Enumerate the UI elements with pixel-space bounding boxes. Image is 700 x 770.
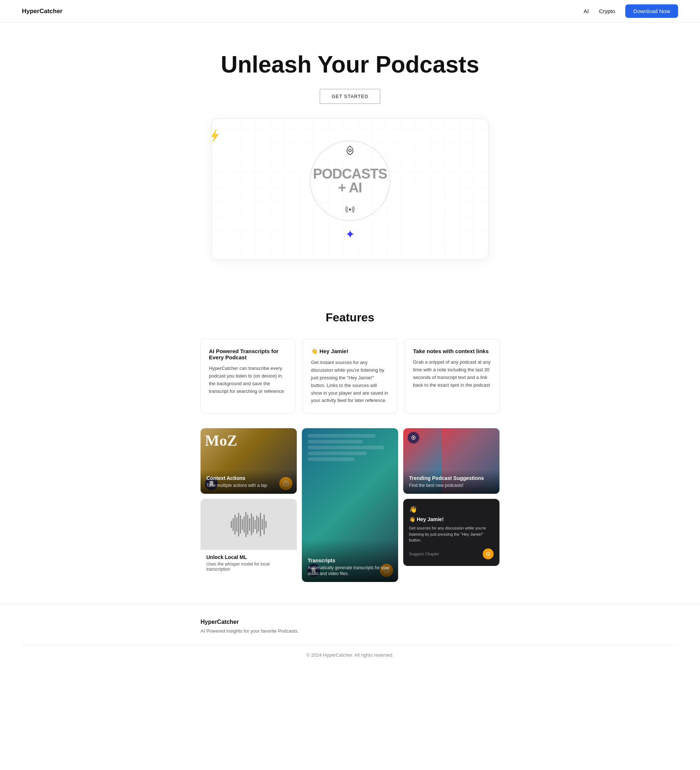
transcript-line (308, 434, 376, 438)
trending-badge-icon (408, 432, 419, 443)
nav-link-ai[interactable]: AI (584, 8, 589, 14)
transcript-line (308, 440, 363, 443)
feature-transcripts-title: AI Powered Transcripts for Every Podcast (209, 348, 287, 361)
transcripts-label: Transcripts Automatically generate trans… (302, 539, 398, 582)
features-title: Features (201, 311, 499, 324)
get-started-button[interactable]: GET STARTED (320, 89, 381, 104)
nav-link-crypto[interactable]: Crypto (599, 8, 615, 14)
hey-jamie-emoji: 👋 (311, 348, 318, 354)
unlock-ml-title: Unlock Local ML (206, 554, 291, 560)
screenshot-trending: Trending Podcast Suggestions Find the be… (403, 428, 499, 494)
footer: HyperCatcher AI Powered insights for you… (0, 604, 700, 676)
context-actions-title: Context Actions (206, 475, 291, 481)
download-now-button[interactable]: Download Now (625, 4, 678, 18)
context-actions-label: Context Actions Take multiple actions wi… (201, 470, 297, 494)
screenshot-context-actions: MoZ Context Actions Take multiple action… (201, 428, 297, 494)
screenshots-grid: MoZ Context Actions Take multiple action… (201, 428, 499, 604)
svg-point-0 (349, 149, 352, 152)
navbar: HyperCatcher AI Crypto Download Now (0, 0, 700, 23)
podcast-broadcast-icon (346, 205, 354, 216)
transcript-line (308, 451, 367, 455)
hero-card: ⚡ PODCASTS + AI (211, 118, 489, 260)
hero-section: Unleash Your Podcasts GET STARTED ⚡ PODC… (0, 23, 700, 289)
trending-desc: Find the best new podcasts! (409, 482, 494, 489)
podcast-circle: PODCASTS + AI (310, 141, 390, 221)
footer-tagline: AI Powered insights for your favorite Po… (201, 628, 499, 634)
hero-title: Unleash Your Podcasts (7, 52, 693, 77)
features-grid: AI Powered Transcripts for Every Podcast… (201, 339, 499, 414)
feature-heyjamie-desc: Get instant sources for any discussion w… (311, 359, 389, 404)
trending-title: Trending Podcast Suggestions (409, 475, 494, 481)
svg-point-5 (413, 437, 414, 438)
heyjamie-emoji-display: 👋 (409, 505, 494, 513)
heyjamie-card-desc: Get sources for any discussion while you… (409, 525, 494, 544)
waveform-bg (201, 499, 297, 550)
svg-point-1 (349, 209, 351, 210)
podcast-ai-text: PODCASTS + AI (310, 167, 390, 194)
feature-transcripts-desc: HyperCatcher can transcribe every podcas… (209, 365, 287, 395)
transcripts-title: Transcripts (308, 558, 392, 563)
transcript-line (308, 446, 384, 449)
feature-card-transcripts: AI Powered Transcripts for Every Podcast… (201, 339, 295, 414)
transcript-line (308, 457, 354, 461)
screenshot-transcripts: Transcripts Automatically generate trans… (302, 428, 398, 582)
nav-links: AI Crypto Download Now (584, 4, 678, 18)
feature-card-hey-jamie: 👋 Hey Jamie! Get instant sources for any… (303, 339, 397, 414)
heyjamie-card-title: 👋 Hey Jamie! (409, 516, 494, 522)
context-actions-desc: Take multiple actions with a tap. (206, 482, 291, 489)
moz-text: MoZ (205, 432, 237, 449)
transcripts-desc: Automatically generate transcripts for y… (308, 565, 392, 577)
footer-copyright: © 2024 HyperCatcher. All rights reserved… (22, 645, 678, 665)
suggest-chapter-icon (483, 548, 494, 560)
openai-icon (345, 146, 355, 158)
suggest-chapter-label: Suggest Chapter (409, 552, 439, 556)
screenshots-left-col: MoZ Context Actions Take multiple action… (201, 428, 297, 577)
hero-card-inner: ⚡ PODCASTS + AI (219, 141, 481, 241)
waveform-bars (224, 506, 274, 543)
unlock-ml-desc: Uses the whisper model for local transcr… (206, 561, 291, 572)
feature-card-context-links: Take notes with context links Grab a sni… (405, 339, 499, 414)
footer-brand: HyperCatcher (201, 619, 499, 625)
trending-label: Trending Podcast Suggestions Find the be… (403, 470, 499, 494)
nav-logo: HyperCatcher (22, 8, 63, 15)
sparkle-icon: ✦ (345, 227, 355, 241)
unlock-ml-label: Unlock Local ML Uses the whisper model f… (201, 550, 297, 577)
heyjamie-suggest-row: Suggest Chapter (409, 548, 494, 560)
screenshot-hey-jamie: 👋 👋 Hey Jamie! Get sources for any discu… (403, 499, 499, 566)
feature-heyjamie-title: 👋 Hey Jamie! (311, 348, 389, 354)
heyjamie-content: 👋 👋 Hey Jamie! Get sources for any discu… (409, 505, 494, 560)
screenshots-right-col: Trending Podcast Suggestions Find the be… (403, 428, 499, 577)
feature-context-desc: Grab a snippet of any podcast at any tim… (413, 359, 491, 389)
feature-context-title: Take notes with context links (413, 348, 491, 354)
features-section: Features AI Powered Transcripts for Ever… (0, 289, 700, 428)
screenshots-section: MoZ Context Actions Take multiple action… (201, 428, 499, 604)
screenshot-unlock-ml: Unlock Local ML Uses the whisper model f… (201, 499, 297, 577)
